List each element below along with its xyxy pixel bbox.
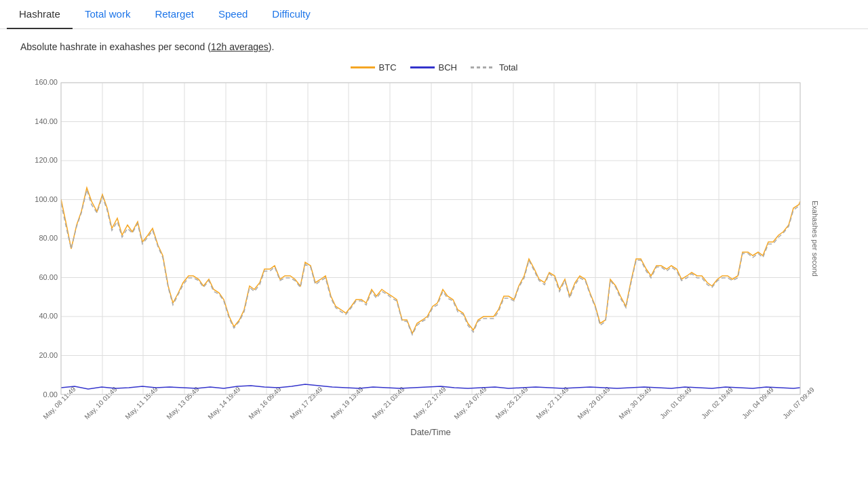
svg-text:160.00: 160.00 [35, 78, 58, 86]
svg-text:May, 19 13:49: May, 19 13:49 [329, 385, 364, 420]
legend-bch-line [410, 66, 435, 68]
main-chart: 0.00 20.00 40.00 60.00 80.00 100.00 120.… [20, 76, 834, 422]
y-axis-label: Exahashes per second [811, 201, 819, 277]
tabs-container: Hashrate Total work Retarget Speed Diffi… [0, 0, 868, 29]
svg-text:May, 17 23:49: May, 17 23:49 [288, 385, 323, 420]
svg-text:May, 21 03:49: May, 21 03:49 [370, 385, 406, 420]
svg-text:May, 16 09:49: May, 16 09:49 [247, 385, 282, 420]
svg-text:May, 13 05:49: May, 13 05:49 [165, 385, 200, 420]
legend-bch: BCH [410, 62, 457, 73]
svg-text:140.00: 140.00 [35, 117, 58, 125]
svg-text:May, 10 01:49: May, 10 01:49 [83, 385, 118, 420]
tab-hashrate[interactable]: Hashrate [7, 0, 73, 29]
svg-text:Jun, 02 19:49: Jun, 02 19:49 [700, 386, 734, 420]
y-grid: 0.00 20.00 40.00 60.00 80.00 100.00 120.… [35, 78, 800, 399]
averages-link[interactable]: 12h averages [211, 41, 269, 52]
svg-text:120.00: 120.00 [35, 156, 58, 164]
svg-text:Jun, 04 09:49: Jun, 04 09:49 [741, 386, 775, 420]
x-tick-labels: May, 08 11:49 May, 10 01:49 May, 11 15:4… [41, 385, 816, 420]
tab-total-work[interactable]: Total work [73, 0, 143, 29]
svg-text:May, 11 15:49: May, 11 15:49 [123, 385, 159, 420]
x-axis-label: Date/Time [61, 427, 800, 443]
svg-text:0.00: 0.00 [43, 390, 58, 399]
svg-text:May, 27 11:49: May, 27 11:49 [534, 385, 570, 420]
svg-text:May, 29 01:49: May, 29 01:49 [576, 385, 611, 420]
svg-text:100.00: 100.00 [35, 195, 58, 203]
svg-text:Jun, 07 09:49: Jun, 07 09:49 [781, 386, 816, 420]
tab-retarget[interactable]: Retarget [142, 0, 206, 29]
svg-text:May, 30 15:49: May, 30 15:49 [617, 385, 652, 420]
legend-bch-label: BCH [439, 62, 457, 73]
legend-total-line [471, 66, 495, 68]
chart-description: Absolute hashrate in exahashes per secon… [0, 29, 868, 59]
svg-text:Jun, 01 05:49: Jun, 01 05:49 [658, 386, 693, 420]
legend-total: Total [471, 62, 517, 73]
svg-text:May, 22 17:49: May, 22 17:49 [412, 385, 447, 420]
tab-speed[interactable]: Speed [206, 0, 260, 29]
svg-text:20.00: 20.00 [39, 351, 58, 359]
svg-text:May, 25 21:49: May, 25 21:49 [494, 385, 529, 420]
chart-area: 0.00 20.00 40.00 60.00 80.00 100.00 120.… [20, 76, 848, 443]
svg-text:May, 24 07:49: May, 24 07:49 [452, 385, 488, 420]
legend-btc-label: BTC [379, 62, 397, 73]
svg-text:40.00: 40.00 [39, 312, 58, 320]
svg-text:May, 14 19:49: May, 14 19:49 [206, 385, 241, 420]
svg-text:80.00: 80.00 [39, 234, 58, 242]
legend-total-label: Total [499, 62, 517, 73]
total-line [61, 190, 800, 335]
tab-difficulty[interactable]: Difficulty [260, 0, 322, 29]
legend-btc: BTC [351, 62, 397, 73]
chart-legend: BTC BCH Total [0, 62, 868, 73]
legend-btc-line [351, 66, 375, 68]
svg-text:60.00: 60.00 [39, 273, 58, 281]
